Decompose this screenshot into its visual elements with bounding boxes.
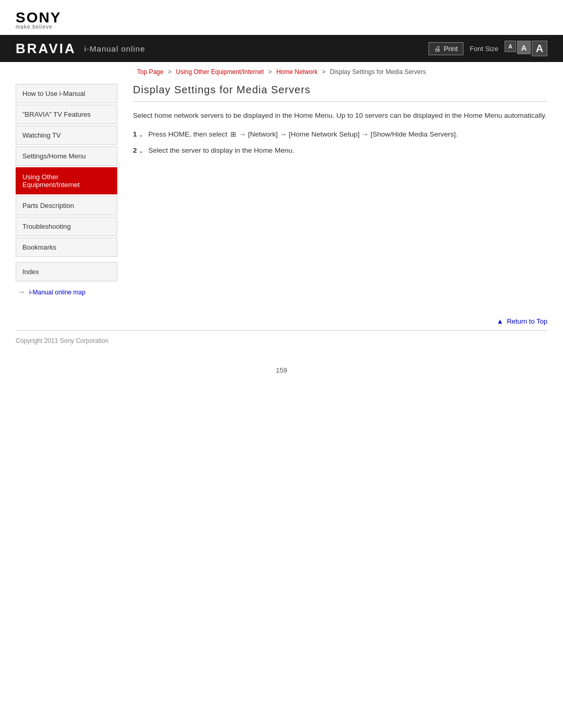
step-2: 2． Select the server to display in the H… — [133, 145, 547, 156]
steps-list: 1． Press HOME, then select ⊞ → [Network]… — [133, 129, 547, 156]
main-layout: How to Use i-Manual "BRAVIA" TV Features… — [0, 79, 563, 306]
network-icon: ⊞ — [230, 129, 236, 140]
content-area: Display Settings for Media Servers Selec… — [128, 84, 547, 296]
breadcrumb-sep-3: > — [322, 68, 326, 76]
page-title: Display Settings for Media Servers — [133, 84, 547, 102]
font-size-label: Font Size — [470, 45, 498, 53]
sidebar-label-troubleshooting: Troubleshooting — [22, 223, 71, 230]
print-icon: 🖨 — [434, 45, 441, 53]
sidebar-label-watching-tv: Watching TV — [22, 131, 61, 139]
sidebar-item-troubleshooting[interactable]: Troubleshooting — [16, 217, 117, 236]
sidebar-label-how-to-use: How to Use i-Manual — [22, 90, 85, 97]
breadcrumb-using-other[interactable]: Using Other Equipment/Internet — [176, 68, 264, 76]
breadcrumb-current: Display Settings for Media Servers — [330, 68, 426, 76]
sidebar-item-bookmarks[interactable]: Bookmarks — [16, 238, 117, 257]
sidebar-label-bookmarks: Bookmarks — [22, 243, 56, 251]
sidebar-label-index: Index — [22, 268, 39, 276]
sidebar-item-how-to-use[interactable]: How to Use i-Manual — [16, 84, 117, 103]
step-1: 1． Press HOME, then select ⊞ → [Network]… — [133, 129, 547, 140]
sidebar-label-settings-home: Settings/Home Menu — [22, 152, 85, 160]
sidebar-label-bravia-tv: "BRAVIA" TV Features — [22, 110, 91, 118]
triangle-up-icon: ▲ — [497, 317, 504, 325]
sony-tagline: make.believe — [16, 24, 547, 30]
step-2-num: 2． — [133, 145, 144, 156]
font-size-buttons: A A A — [505, 41, 547, 56]
bravia-title-area: BRAVIA i-Manual online — [16, 41, 145, 57]
print-label: Print — [444, 45, 458, 53]
return-to-top-label: Return to Top — [507, 317, 547, 325]
breadcrumb-home-network[interactable]: Home Network — [276, 68, 317, 76]
return-to-top-link[interactable]: ▲ Return to Top — [497, 317, 547, 325]
top-bar-controls: 🖨 Print Font Size A A A — [429, 41, 547, 56]
breadcrumb-sep-1: > — [168, 68, 172, 76]
copyright-text: Copyright 2011 Sony Corporation — [16, 337, 108, 344]
step-1-num: 1． — [133, 129, 144, 140]
sidebar: How to Use i-Manual "BRAVIA" TV Features… — [16, 84, 117, 296]
step-2-text: Select the server to display in the Home… — [149, 145, 295, 156]
sidebar-item-index[interactable]: Index — [16, 262, 117, 281]
imanual-map-link[interactable]: i-Manual online map — [29, 289, 85, 296]
breadcrumb-area: Top Page > Using Other Equipment/Interne… — [0, 62, 563, 79]
return-top-area: ▲ Return to Top — [0, 306, 563, 330]
bravia-logo-text: BRAVIA — [16, 41, 76, 57]
sidebar-item-bravia-tv[interactable]: "BRAVIA" TV Features — [16, 105, 117, 124]
sidebar-item-parts-description[interactable]: Parts Description — [16, 196, 117, 215]
step-1-text: Press HOME, then select ⊞ → [Network] → … — [149, 129, 458, 140]
sidebar-item-settings-home[interactable]: Settings/Home Menu — [16, 146, 117, 166]
font-medium-button[interactable]: A — [517, 41, 531, 54]
content-intro: Select home network servers to be displa… — [133, 110, 547, 121]
font-small-button[interactable]: A — [505, 41, 516, 52]
sidebar-label-parts-description: Parts Description — [22, 202, 74, 209]
breadcrumb: Top Page > Using Other Equipment/Interne… — [137, 68, 426, 76]
sidebar-item-using-other[interactable]: Using Other Equipment/Internet — [16, 167, 117, 194]
print-button[interactable]: 🖨 Print — [429, 42, 463, 55]
page-number: 159 — [0, 351, 563, 385]
breadcrumb-top-page[interactable]: Top Page — [137, 68, 164, 76]
top-bar: BRAVIA i-Manual online 🖨 Print Font Size… — [0, 35, 563, 62]
imanual-map-link-area: → i-Manual online map — [16, 288, 117, 296]
logo-area: SONY make.believe — [0, 0, 563, 35]
footer: Copyright 2011 Sony Corporation — [0, 331, 563, 351]
font-large-button[interactable]: A — [532, 41, 547, 56]
sidebar-label-using-other: Using Other Equipment/Internet — [22, 173, 80, 189]
page-number-value: 159 — [276, 366, 287, 374]
imanual-map-label: i-Manual online map — [29, 289, 85, 296]
breadcrumb-sep-2: > — [268, 68, 272, 76]
sidebar-item-watching-tv[interactable]: Watching TV — [16, 126, 117, 145]
imanual-subtitle: i-Manual online — [84, 44, 145, 53]
arrow-right-icon: → — [18, 288, 25, 296]
